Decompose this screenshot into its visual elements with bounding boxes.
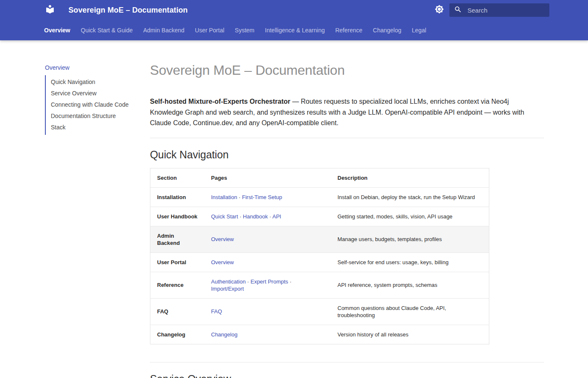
table-body: InstallationInstallation · First-Time Se… xyxy=(150,187,489,344)
cell-description: API reference, system prompts, schemas xyxy=(331,272,489,298)
cell-section: Admin Backend xyxy=(150,226,205,252)
search-icon xyxy=(454,5,462,15)
tab-overview[interactable]: Overview xyxy=(44,27,70,34)
local-library-icon xyxy=(45,4,55,16)
cell-pages: Quick Start · Handbook · API xyxy=(205,207,331,226)
page-link-api[interactable]: API xyxy=(272,213,281,220)
cell-pages: Overview xyxy=(205,226,331,252)
page-title: Sovereign MoE – Documentation xyxy=(150,63,544,78)
cell-pages: Installation · First-Time Setup xyxy=(205,187,331,207)
intro-paragraph: Self-hosted Mixture-of-Experts Orchestra… xyxy=(150,96,544,129)
table-row-reference: ReferenceAuthentication · Expert Prompts… xyxy=(150,272,489,298)
cell-pages: Overview xyxy=(205,252,331,272)
cell-description: Self-service for end users: usage, keys,… xyxy=(331,252,489,272)
tab-user-portal[interactable]: User Portal xyxy=(195,27,224,34)
table-row-user-portal: User PortalOverviewSelf-service for end … xyxy=(150,252,489,272)
brightness-sun-icon xyxy=(435,5,444,16)
toc-item-connecting-with-claude-code: Connecting with Claude Code xyxy=(46,99,133,110)
page-link-import-export[interactable]: Import/Export xyxy=(211,286,244,292)
cell-pages: Authentication · Expert Prompts · Import… xyxy=(205,272,331,298)
tab-intelligence-learning[interactable]: Intelligence & Learning xyxy=(265,27,325,34)
tab-system[interactable]: System xyxy=(235,27,255,34)
page-link-expert-prompts[interactable]: Expert Prompts xyxy=(250,278,288,285)
sidebar-item-overview[interactable]: Overview xyxy=(45,64,133,72)
table-row-faq: FAQFAQCommon questions about Claude Code… xyxy=(150,298,489,325)
column-header-section: Section xyxy=(150,168,205,187)
toc-link-documentation-structure[interactable]: Documentation Structure xyxy=(51,113,116,119)
link-separator: · xyxy=(268,213,273,220)
quick-navigation-heading: Quick Navigation xyxy=(150,148,544,161)
search-bar[interactable] xyxy=(449,3,549,17)
tab-changelog[interactable]: Changelog xyxy=(373,27,402,34)
table-row-changelog: ChangelogChangelogVersion history of all… xyxy=(150,325,489,344)
toc-item-quick-navigation: Quick Navigation xyxy=(46,76,133,88)
tab-admin-backend[interactable]: Admin Backend xyxy=(143,27,184,34)
cell-description: Getting started, modes, skills, vision, … xyxy=(331,207,489,226)
page-link-handbook[interactable]: Handbook xyxy=(243,213,268,220)
header-title-bar: Sovereign MoE – Documentation xyxy=(38,0,550,20)
search-input[interactable] xyxy=(467,7,546,14)
quick-navigation-table: Section Pages Description InstallationIn… xyxy=(150,168,489,344)
table-row-user-handbook: User HandbookQuick Start · Handbook · AP… xyxy=(150,207,489,226)
page-link-quick-start[interactable]: Quick Start xyxy=(211,213,238,220)
column-header-description: Description xyxy=(331,168,489,187)
cell-description: Version history of all releases xyxy=(331,325,489,344)
link-separator: · xyxy=(246,278,251,285)
link-separator: · xyxy=(238,213,243,220)
cell-section: User Handbook xyxy=(150,207,205,226)
page-link-faq[interactable]: FAQ xyxy=(211,308,222,315)
page-link-overview[interactable]: Overview xyxy=(211,259,234,265)
toc-link-connecting-with-claude-code[interactable]: Connecting with Claude Code xyxy=(51,101,129,108)
site-logo[interactable] xyxy=(45,5,55,15)
intro-bold-lead: Self-hosted Mixture-of-Experts Orchestra… xyxy=(150,98,290,105)
cell-section: User Portal xyxy=(150,252,205,272)
link-separator: · xyxy=(288,278,291,285)
service-overview-heading: Service Overview xyxy=(150,373,544,378)
page-link-installation[interactable]: Installation xyxy=(211,194,237,200)
tab-legal[interactable]: Legal xyxy=(412,27,426,34)
column-header-pages: Pages xyxy=(205,168,331,187)
cell-section: Changelog xyxy=(150,325,205,344)
nav-tabs: OverviewQuick Start & GuideAdmin Backend… xyxy=(38,20,550,40)
tab-reference[interactable]: Reference xyxy=(335,27,362,34)
toc-item-documentation-structure: Documentation Structure xyxy=(46,110,133,122)
table-row-admin-backend: Admin BackendOverviewManage users, budge… xyxy=(150,226,489,252)
theme-toggle-button[interactable] xyxy=(434,5,444,15)
tab-quick-start-guide[interactable]: Quick Start & Guide xyxy=(81,27,133,34)
table-head: Section Pages Description xyxy=(150,168,489,187)
page-link-overview[interactable]: Overview xyxy=(211,236,234,242)
sidebar-toc: Quick NavigationService OverviewConnecti… xyxy=(45,75,133,135)
toc-link-service-overview[interactable]: Service Overview xyxy=(51,90,97,97)
page-link-first-time-setup[interactable]: First-Time Setup xyxy=(242,194,282,200)
app-header: Sovereign MoE – Documentation OverviewQu… xyxy=(0,0,588,40)
cell-section: FAQ xyxy=(150,298,205,325)
main-content: Sovereign MoE – Documentation Self-hoste… xyxy=(139,40,550,378)
cell-description: Manage users, budgets, templates, profil… xyxy=(331,226,489,252)
cell-description: Install on Debian, deploy the stack, run… xyxy=(331,187,489,207)
page-link-changelog[interactable]: Changelog xyxy=(211,331,238,338)
toc-item-stack: Stack xyxy=(46,122,133,133)
page-link-authentication[interactable]: Authentication xyxy=(211,278,246,285)
cell-description: Common questions about Claude Code, API,… xyxy=(331,298,489,325)
toc-item-service-overview: Service Overview xyxy=(46,88,133,99)
page-body: Overview Quick NavigationService Overvie… xyxy=(38,40,550,378)
sidebar-nav: Overview Quick NavigationService Overvie… xyxy=(38,40,139,378)
cell-section: Installation xyxy=(150,187,205,207)
section-divider xyxy=(150,138,544,138)
site-title: Sovereign MoE – Documentation xyxy=(68,6,188,15)
cell-section: Reference xyxy=(150,272,205,298)
toc-link-stack[interactable]: Stack xyxy=(51,124,66,131)
cell-pages: Changelog xyxy=(205,325,331,344)
section-divider xyxy=(150,362,544,362)
table-header-row: Section Pages Description xyxy=(150,168,489,187)
toc-link-quick-navigation[interactable]: Quick Navigation xyxy=(51,79,95,85)
table-row-installation: InstallationInstallation · First-Time Se… xyxy=(150,187,489,207)
link-separator: · xyxy=(237,194,242,200)
cell-pages: FAQ xyxy=(205,298,331,325)
